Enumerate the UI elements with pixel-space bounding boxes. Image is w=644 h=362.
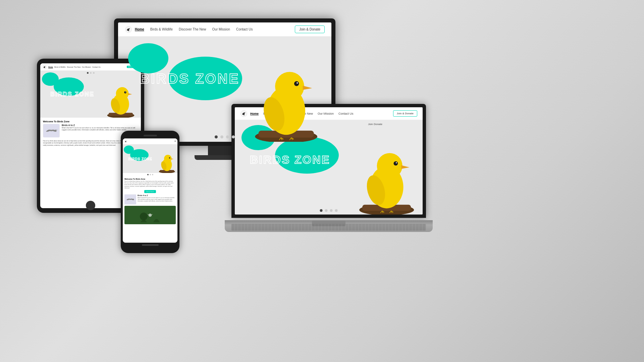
- phone-birds-content: Birds A to Z What's that bird? If you're…: [138, 194, 176, 204]
- hamburger-icon[interactable]: ≡: [174, 140, 176, 143]
- svg-point-40: [149, 214, 152, 217]
- phone-content: Welcome To Birds Zone Few of us think ab…: [123, 176, 177, 226]
- svg-point-25: [125, 92, 126, 93]
- svg-point-1: [129, 28, 130, 28]
- phone-birds-az-title: Birds A to Z: [138, 194, 176, 196]
- tablet-nav-links: Home Birds & Wildlife Discover The New O…: [48, 66, 127, 68]
- tablet-hero: BIRDS ZONE: [40, 71, 141, 118]
- phone-flying-bird-image: [124, 194, 136, 204]
- phone-logo-icon: [124, 140, 127, 143]
- phone-dot-1[interactable]: [147, 174, 149, 175]
- phone-bird-section: Birds A to Z What's that bird? If you're…: [124, 194, 176, 204]
- laptop-nav-contact[interactable]: Contact Us: [338, 112, 354, 115]
- svg-point-32: [164, 155, 171, 162]
- tablet-flying-bird-image: [43, 124, 60, 137]
- laptop-body: [225, 220, 433, 232]
- svg-point-7: [294, 81, 299, 86]
- monitor-nav-birds[interactable]: Birds & Wildlife: [150, 27, 173, 31]
- tablet-home-button[interactable]: [86, 201, 95, 210]
- phone-hero-dots: [123, 173, 177, 176]
- monitor-blob-1: [128, 43, 168, 73]
- tablet-welcome-title: Welcome To Birds Zone: [43, 120, 138, 123]
- svg-point-10: [245, 112, 245, 113]
- svg-point-34: [169, 157, 170, 159]
- monitor-dot-2[interactable]: [220, 135, 223, 138]
- monitor-nav-contact[interactable]: Contact Us: [236, 27, 253, 31]
- tablet-nav: Home Birds & Wildlife Discover The New O…: [40, 63, 141, 71]
- phone-nav: ≡: [123, 138, 177, 144]
- svg-point-22: [116, 87, 129, 100]
- monitor-nav: Home Birds & Wildlife Discover The New O…: [118, 22, 331, 37]
- phone-green-image: [124, 206, 176, 224]
- phone-hero: BIRDS ZONE: [123, 144, 177, 173]
- phone-hero-title: BIRDS ZONE: [128, 157, 152, 161]
- monitor-bird-image: [252, 45, 321, 142]
- monitor-dot-1[interactable]: [215, 135, 218, 138]
- phone-dot-3[interactable]: [152, 174, 153, 175]
- laptop-hero-dots: [320, 209, 338, 212]
- phone-dot-2[interactable]: [150, 174, 151, 175]
- phone-bird-image: [158, 148, 176, 173]
- phone-speaker: [144, 135, 157, 136]
- monitor-join-donate-button[interactable]: Join & Donate: [295, 25, 325, 33]
- tablet-nav-mission[interactable]: Our Mission: [82, 66, 91, 68]
- phone-get-in-touch-button[interactable]: Get in Touch: [144, 190, 156, 193]
- svg-point-37: [133, 199, 134, 200]
- tablet-birds-az-title: Birds A to Z: [62, 124, 138, 126]
- tablet-logo-icon: [42, 65, 47, 69]
- phone-device: ≡ BIRDS ZONE: [121, 131, 179, 253]
- laptop-hero-title: BIRDS ZONE: [250, 153, 330, 166]
- laptop-keyboard: [231, 224, 426, 231]
- tablet-birds-content: Birds A to Z What's that bird? If you're…: [62, 124, 138, 131]
- laptop-bird-image: [356, 129, 417, 215]
- monitor-nav-home[interactable]: Home: [135, 27, 144, 31]
- laptop-join-donate-button[interactable]: Join & Donate: [393, 110, 417, 117]
- monitor-nav-discover[interactable]: Discover The New: [179, 27, 206, 31]
- phone-home-indicator: [142, 244, 159, 246]
- laptop-dot-1[interactable]: [320, 209, 323, 212]
- laptop-dot-3[interactable]: [330, 209, 333, 212]
- svg-point-5: [275, 72, 304, 101]
- phone-screen: ≡ BIRDS ZONE: [123, 138, 177, 243]
- monitor-nav-mission[interactable]: Our Mission: [212, 27, 230, 31]
- svg-point-17: [396, 162, 397, 164]
- monitor-hero-dots: [215, 135, 235, 138]
- tablet-dot-3[interactable]: [93, 72, 95, 74]
- monitor-nav-links: Home Birds & Wildlife Discover The New O…: [135, 27, 295, 31]
- phone-birds-az-text: What's that bird? If you're not sure wha…: [138, 197, 176, 202]
- tablet-hero-title: BIRDS ZONE: [50, 91, 94, 98]
- svg-point-39: [140, 213, 148, 221]
- laptop-dot-2[interactable]: [325, 209, 328, 212]
- tablet-dot-1[interactable]: [87, 72, 89, 74]
- svg-point-16: [393, 161, 398, 166]
- laptop-logo-icon: [240, 110, 248, 117]
- monitor-dot-4[interactable]: [232, 135, 235, 138]
- phone-welcome-text: Few of us think about what we can do to …: [124, 181, 176, 189]
- laptop-dot-4[interactable]: [335, 209, 338, 212]
- tablet-nav-discover[interactable]: Discover The New: [67, 66, 81, 68]
- tablet-nav-contact[interactable]: Contact Us: [92, 66, 101, 68]
- tablet-nav-home[interactable]: Home: [48, 66, 53, 68]
- phone-outer: ≡ BIRDS ZONE: [121, 131, 179, 253]
- svg-point-24: [124, 91, 126, 93]
- svg-point-35: [169, 158, 170, 158]
- tablet-bird-image: [106, 75, 136, 118]
- phone-welcome-title: Welcome To Birds Zone: [124, 178, 176, 180]
- monitor-logo-icon: [125, 26, 132, 33]
- tablet-dot-2[interactable]: [90, 72, 92, 74]
- laptop-join-donate-text: Join Donate: [368, 123, 382, 126]
- svg-point-8: [297, 82, 298, 84]
- svg-point-14: [377, 153, 402, 179]
- monitor-hero-title: BIRDS ZONE: [140, 71, 240, 87]
- monitor-dot-3[interactable]: [226, 135, 229, 138]
- tablet-nav-birds[interactable]: Birds & Wildlife: [54, 66, 66, 68]
